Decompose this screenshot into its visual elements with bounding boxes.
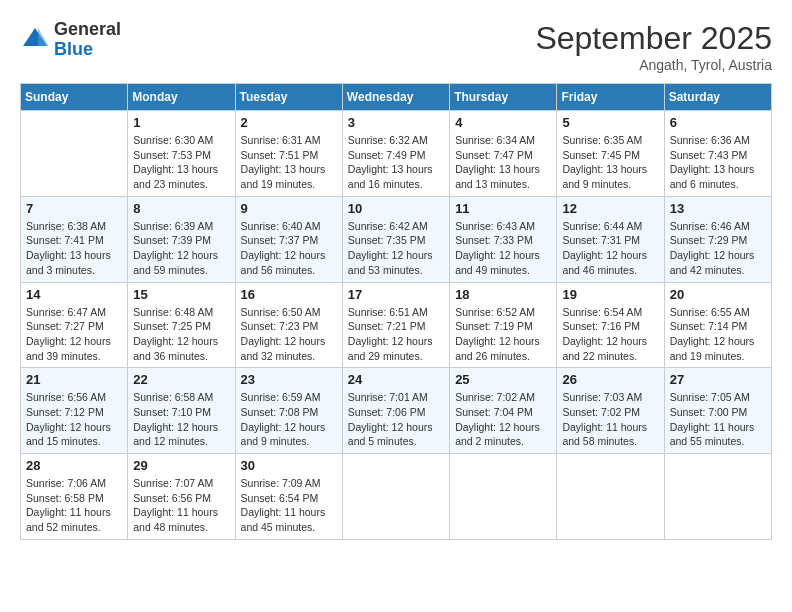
- day-info: Sunrise: 6:31 AMSunset: 7:51 PMDaylight:…: [241, 133, 337, 192]
- day-number: 29: [133, 458, 229, 473]
- calendar-day-cell: 3Sunrise: 6:32 AMSunset: 7:49 PMDaylight…: [342, 111, 449, 197]
- day-info: Sunrise: 6:46 AMSunset: 7:29 PMDaylight:…: [670, 219, 766, 278]
- day-info: Sunrise: 6:50 AMSunset: 7:23 PMDaylight:…: [241, 305, 337, 364]
- day-of-week-header: Tuesday: [235, 84, 342, 111]
- calendar-day-cell: 22Sunrise: 6:58 AMSunset: 7:10 PMDayligh…: [128, 368, 235, 454]
- day-number: 1: [133, 115, 229, 130]
- calendar-day-cell: 12Sunrise: 6:44 AMSunset: 7:31 PMDayligh…: [557, 196, 664, 282]
- calendar-day-cell: 5Sunrise: 6:35 AMSunset: 7:45 PMDaylight…: [557, 111, 664, 197]
- calendar-day-cell: 26Sunrise: 7:03 AMSunset: 7:02 PMDayligh…: [557, 368, 664, 454]
- day-of-week-header: Monday: [128, 84, 235, 111]
- day-info: Sunrise: 7:07 AMSunset: 6:56 PMDaylight:…: [133, 476, 229, 535]
- calendar-day-cell: 30Sunrise: 7:09 AMSunset: 6:54 PMDayligh…: [235, 454, 342, 540]
- calendar-day-cell: [664, 454, 771, 540]
- day-info: Sunrise: 6:34 AMSunset: 7:47 PMDaylight:…: [455, 133, 551, 192]
- day-number: 25: [455, 372, 551, 387]
- day-info: Sunrise: 6:59 AMSunset: 7:08 PMDaylight:…: [241, 390, 337, 449]
- day-number: 12: [562, 201, 658, 216]
- day-number: 11: [455, 201, 551, 216]
- calendar-week-row: 14Sunrise: 6:47 AMSunset: 7:27 PMDayligh…: [21, 282, 772, 368]
- calendar-day-cell: 28Sunrise: 7:06 AMSunset: 6:58 PMDayligh…: [21, 454, 128, 540]
- calendar-day-cell: [557, 454, 664, 540]
- calendar-day-cell: 27Sunrise: 7:05 AMSunset: 7:00 PMDayligh…: [664, 368, 771, 454]
- calendar-day-cell: 13Sunrise: 6:46 AMSunset: 7:29 PMDayligh…: [664, 196, 771, 282]
- calendar-day-cell: 23Sunrise: 6:59 AMSunset: 7:08 PMDayligh…: [235, 368, 342, 454]
- day-info: Sunrise: 6:40 AMSunset: 7:37 PMDaylight:…: [241, 219, 337, 278]
- day-number: 26: [562, 372, 658, 387]
- day-number: 17: [348, 287, 444, 302]
- day-number: 8: [133, 201, 229, 216]
- day-number: 28: [26, 458, 122, 473]
- calendar-week-row: 28Sunrise: 7:06 AMSunset: 6:58 PMDayligh…: [21, 454, 772, 540]
- svg-marker-1: [38, 28, 49, 46]
- calendar-day-cell: 18Sunrise: 6:52 AMSunset: 7:19 PMDayligh…: [450, 282, 557, 368]
- day-info: Sunrise: 6:43 AMSunset: 7:33 PMDaylight:…: [455, 219, 551, 278]
- calendar-day-cell: 17Sunrise: 6:51 AMSunset: 7:21 PMDayligh…: [342, 282, 449, 368]
- day-info: Sunrise: 6:58 AMSunset: 7:10 PMDaylight:…: [133, 390, 229, 449]
- day-info: Sunrise: 6:30 AMSunset: 7:53 PMDaylight:…: [133, 133, 229, 192]
- logo: General Blue: [20, 20, 121, 60]
- calendar-day-cell: 29Sunrise: 7:07 AMSunset: 6:56 PMDayligh…: [128, 454, 235, 540]
- day-info: Sunrise: 6:54 AMSunset: 7:16 PMDaylight:…: [562, 305, 658, 364]
- day-info: Sunrise: 6:48 AMSunset: 7:25 PMDaylight:…: [133, 305, 229, 364]
- calendar-day-cell: 19Sunrise: 6:54 AMSunset: 7:16 PMDayligh…: [557, 282, 664, 368]
- day-number: 4: [455, 115, 551, 130]
- calendar-day-cell: [450, 454, 557, 540]
- calendar-day-cell: 4Sunrise: 6:34 AMSunset: 7:47 PMDaylight…: [450, 111, 557, 197]
- calendar-day-cell: 24Sunrise: 7:01 AMSunset: 7:06 PMDayligh…: [342, 368, 449, 454]
- day-number: 16: [241, 287, 337, 302]
- day-info: Sunrise: 6:39 AMSunset: 7:39 PMDaylight:…: [133, 219, 229, 278]
- day-number: 14: [26, 287, 122, 302]
- day-info: Sunrise: 6:47 AMSunset: 7:27 PMDaylight:…: [26, 305, 122, 364]
- day-info: Sunrise: 7:02 AMSunset: 7:04 PMDaylight:…: [455, 390, 551, 449]
- calendar-day-cell: 14Sunrise: 6:47 AMSunset: 7:27 PMDayligh…: [21, 282, 128, 368]
- calendar-day-cell: 16Sunrise: 6:50 AMSunset: 7:23 PMDayligh…: [235, 282, 342, 368]
- calendar-table: SundayMondayTuesdayWednesdayThursdayFrid…: [20, 83, 772, 540]
- day-number: 5: [562, 115, 658, 130]
- day-info: Sunrise: 6:38 AMSunset: 7:41 PMDaylight:…: [26, 219, 122, 278]
- day-number: 30: [241, 458, 337, 473]
- day-info: Sunrise: 6:44 AMSunset: 7:31 PMDaylight:…: [562, 219, 658, 278]
- calendar-day-cell: 9Sunrise: 6:40 AMSunset: 7:37 PMDaylight…: [235, 196, 342, 282]
- day-info: Sunrise: 6:56 AMSunset: 7:12 PMDaylight:…: [26, 390, 122, 449]
- day-of-week-header: Thursday: [450, 84, 557, 111]
- calendar-day-cell: 10Sunrise: 6:42 AMSunset: 7:35 PMDayligh…: [342, 196, 449, 282]
- calendar-day-cell: 2Sunrise: 6:31 AMSunset: 7:51 PMDaylight…: [235, 111, 342, 197]
- page-header: General Blue September 2025 Angath, Tyro…: [20, 20, 772, 73]
- day-number: 22: [133, 372, 229, 387]
- day-info: Sunrise: 6:32 AMSunset: 7:49 PMDaylight:…: [348, 133, 444, 192]
- day-of-week-header: Saturday: [664, 84, 771, 111]
- title-block: September 2025 Angath, Tyrol, Austria: [535, 20, 772, 73]
- calendar-day-cell: [342, 454, 449, 540]
- calendar-day-cell: 21Sunrise: 6:56 AMSunset: 7:12 PMDayligh…: [21, 368, 128, 454]
- day-number: 13: [670, 201, 766, 216]
- calendar-day-cell: 15Sunrise: 6:48 AMSunset: 7:25 PMDayligh…: [128, 282, 235, 368]
- day-number: 15: [133, 287, 229, 302]
- calendar-day-cell: [21, 111, 128, 197]
- day-info: Sunrise: 7:03 AMSunset: 7:02 PMDaylight:…: [562, 390, 658, 449]
- day-of-week-header: Sunday: [21, 84, 128, 111]
- day-number: 19: [562, 287, 658, 302]
- calendar-day-cell: 20Sunrise: 6:55 AMSunset: 7:14 PMDayligh…: [664, 282, 771, 368]
- day-of-week-header: Wednesday: [342, 84, 449, 111]
- day-number: 18: [455, 287, 551, 302]
- day-info: Sunrise: 6:36 AMSunset: 7:43 PMDaylight:…: [670, 133, 766, 192]
- calendar-day-cell: 25Sunrise: 7:02 AMSunset: 7:04 PMDayligh…: [450, 368, 557, 454]
- day-info: Sunrise: 7:06 AMSunset: 6:58 PMDaylight:…: [26, 476, 122, 535]
- month-title: September 2025: [535, 20, 772, 57]
- day-info: Sunrise: 6:51 AMSunset: 7:21 PMDaylight:…: [348, 305, 444, 364]
- calendar-day-cell: 6Sunrise: 6:36 AMSunset: 7:43 PMDaylight…: [664, 111, 771, 197]
- day-number: 27: [670, 372, 766, 387]
- day-number: 9: [241, 201, 337, 216]
- calendar-header-row: SundayMondayTuesdayWednesdayThursdayFrid…: [21, 84, 772, 111]
- day-info: Sunrise: 7:05 AMSunset: 7:00 PMDaylight:…: [670, 390, 766, 449]
- day-number: 2: [241, 115, 337, 130]
- day-info: Sunrise: 7:01 AMSunset: 7:06 PMDaylight:…: [348, 390, 444, 449]
- day-number: 21: [26, 372, 122, 387]
- calendar-week-row: 1Sunrise: 6:30 AMSunset: 7:53 PMDaylight…: [21, 111, 772, 197]
- calendar-day-cell: 11Sunrise: 6:43 AMSunset: 7:33 PMDayligh…: [450, 196, 557, 282]
- day-info: Sunrise: 6:52 AMSunset: 7:19 PMDaylight:…: [455, 305, 551, 364]
- day-info: Sunrise: 7:09 AMSunset: 6:54 PMDaylight:…: [241, 476, 337, 535]
- day-number: 23: [241, 372, 337, 387]
- calendar-week-row: 21Sunrise: 6:56 AMSunset: 7:12 PMDayligh…: [21, 368, 772, 454]
